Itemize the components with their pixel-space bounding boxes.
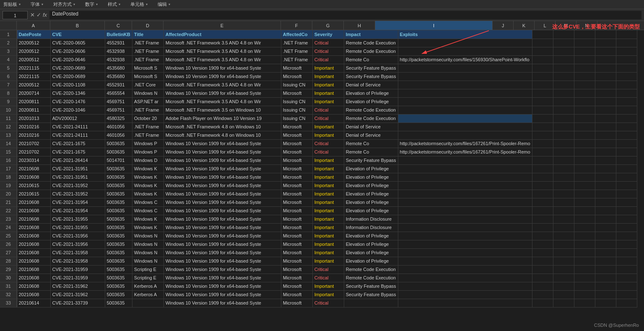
cell-col-i[interactable] [398, 156, 532, 164]
cell-col-f[interactable]: Issuing CN [281, 97, 312, 106]
cell-col-k[interactable] [553, 156, 574, 164]
cell-col-c[interactable]: 5003635 [105, 265, 132, 274]
cell-col-g[interactable]: Important [312, 156, 344, 164]
cell-col-k[interactable] [553, 72, 574, 81]
row-number[interactable]: 14 [0, 139, 17, 148]
cell-col-h[interactable]: Security Feature Bypass [344, 156, 398, 164]
cell-col-e[interactable]: Microsoft .NET Framework 3.5 AND 4.8 on … [164, 55, 281, 64]
cell-col-m[interactable] [595, 206, 616, 215]
cell-col-h[interactable]: Impact [344, 30, 398, 39]
row-number[interactable]: 5 [0, 64, 17, 72]
cell-col-l[interactable] [574, 89, 595, 97]
cell-col-b[interactable]: CVE-2020-1046 [50, 106, 105, 114]
cell-col-h[interactable]: Remote Code Execution [344, 114, 398, 122]
cell-col-k[interactable] [553, 248, 574, 257]
cell-col-f[interactable]: Microsoft [281, 164, 312, 173]
cell-col-n[interactable] [616, 131, 637, 139]
cell-col-l[interactable] [574, 248, 595, 257]
cell-col-d[interactable]: ASP.NET ar [132, 97, 164, 106]
cell-col-c[interactable]: 5003635 [105, 198, 132, 206]
cell-col-d[interactable]: Windows N [132, 89, 164, 97]
cell-col-l[interactable] [574, 206, 595, 215]
cell-col-i[interactable] [398, 223, 532, 232]
cell-col-j[interactable] [532, 47, 553, 55]
cell-col-m[interactable] [595, 47, 616, 55]
cell-col-c[interactable]: 5003635 [105, 299, 132, 307]
cell-col-l[interactable] [574, 122, 595, 131]
cell-col-a[interactable]: 20200512 [17, 55, 50, 64]
cell-col-h[interactable]: Security Feature Bypass [344, 290, 398, 299]
row-number[interactable]: 12 [0, 122, 17, 131]
cell-col-b[interactable]: CVE-2020-0605 [50, 39, 105, 47]
cell-col-l[interactable] [574, 198, 595, 206]
cell-col-c[interactable]: 5003635 [105, 240, 132, 248]
cell-col-g[interactable]: Important [312, 64, 344, 72]
cell-col-b[interactable]: CVE-2021-31956 [50, 240, 105, 248]
cell-col-f[interactable]: Microsoft [281, 64, 312, 72]
row-number[interactable]: 9 [0, 97, 17, 106]
cell-col-n[interactable] [616, 265, 637, 274]
cell-col-d[interactable]: Windows K [132, 223, 164, 232]
cell-col-m[interactable] [595, 190, 616, 198]
cell-col-e[interactable]: Windows 10 Version 1909 for x64-based Sy… [164, 274, 281, 282]
row-number[interactable]: 2 [0, 39, 17, 47]
cell-col-h[interactable]: Elevation of Privilege [344, 89, 398, 97]
cell-col-k[interactable] [553, 164, 574, 173]
cell-col-d[interactable]: Windows N [132, 240, 164, 248]
cell-col-d[interactable]: Title [132, 30, 164, 39]
cell-col-h[interactable]: Denial of Service [344, 122, 398, 131]
col-header-d[interactable]: D [132, 21, 164, 30]
cell-col-k[interactable] [553, 265, 574, 274]
cell-col-l[interactable] [574, 290, 595, 299]
cell-col-m[interactable] [595, 139, 616, 148]
cell-col-d[interactable]: Windows N [132, 248, 164, 257]
cell-col-i[interactable] [398, 290, 532, 299]
cell-col-b[interactable]: CVE-2020-0606 [50, 47, 105, 55]
cell-col-j[interactable] [532, 240, 553, 248]
cell-col-j[interactable] [532, 181, 553, 190]
cell-col-g[interactable]: Critical [312, 114, 344, 122]
cell-col-l[interactable] [574, 265, 595, 274]
cell-col-a[interactable]: 20210608 [17, 290, 50, 299]
cell-col-b[interactable]: CVE-2020-1346 [50, 89, 105, 97]
cell-col-e[interactable]: Windows 10 Version 1909 for x64-based Sy… [164, 164, 281, 173]
cell-col-c[interactable]: 5003635 [105, 190, 132, 198]
cell-col-n[interactable] [616, 30, 637, 39]
cell-col-a[interactable]: DatePoste [17, 30, 50, 39]
cell-col-n[interactable] [616, 114, 637, 122]
cell-col-h[interactable]: Remote Code Execution [344, 47, 398, 55]
data-area[interactable]: 1DatePosteCVEBulletinKBTitleAffectedProd… [0, 30, 644, 331]
cell-col-f[interactable]: Microsoft [281, 299, 312, 307]
cell-col-n[interactable] [616, 55, 637, 64]
cell-col-d[interactable]: October 20 [132, 114, 164, 122]
cell-col-a[interactable]: 20210608 [17, 223, 50, 232]
cell-col-j[interactable] [532, 215, 553, 223]
cell-col-m[interactable] [595, 64, 616, 72]
row-number[interactable]: 26 [0, 240, 17, 248]
cell-col-l[interactable] [574, 240, 595, 248]
cell-col-m[interactable] [595, 198, 616, 206]
cell-col-a[interactable]: 20210216 [17, 131, 50, 139]
cell-col-k[interactable] [553, 106, 574, 114]
cell-col-n[interactable] [616, 198, 637, 206]
cell-col-a[interactable]: 20210608 [17, 164, 50, 173]
cell-col-c[interactable]: BulletinKB [105, 30, 132, 39]
cell-col-c[interactable]: 5003635 [105, 274, 132, 282]
cell-col-c[interactable]: 5003635 [105, 223, 132, 232]
cell-col-a[interactable]: 20221115 [17, 72, 50, 81]
cell-col-f[interactable]: Microsoft [281, 282, 312, 290]
cell-col-e[interactable]: Windows 10 Version 1909 for x64-based Sy… [164, 181, 281, 190]
cell-col-g[interactable]: Important [312, 72, 344, 81]
cell-col-b[interactable]: CVE-2021-31954 [50, 198, 105, 206]
cell-col-a[interactable]: 20210608 [17, 198, 50, 206]
cell-col-k[interactable] [553, 47, 574, 55]
cell-col-j[interactable] [532, 114, 553, 122]
cell-col-f[interactable]: Microsoft [281, 156, 312, 164]
cell-col-g[interactable]: Critical [312, 265, 344, 274]
cell-col-b[interactable]: ADV200012 [50, 114, 105, 122]
cell-reference[interactable]: 1 [3, 11, 28, 19]
cell-col-b[interactable]: CVE-2021-31951 [50, 173, 105, 181]
col-header-h[interactable]: H [344, 21, 375, 30]
cell-col-n[interactable] [616, 282, 637, 290]
cell-col-e[interactable]: Windows 10 Version 1909 for x64-based Sy… [164, 198, 281, 206]
